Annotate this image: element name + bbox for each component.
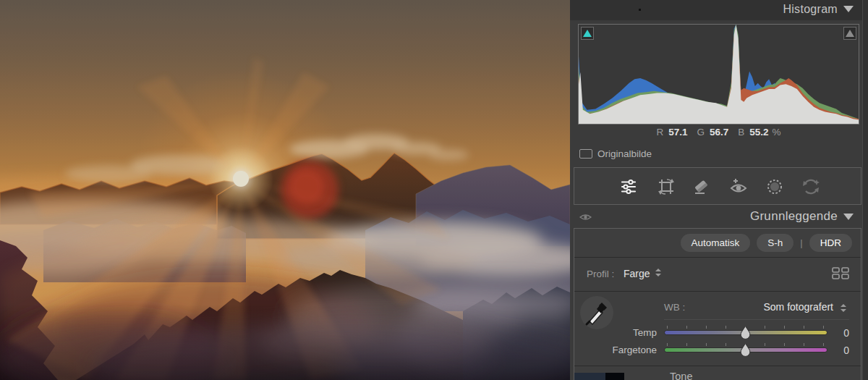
basic-panel-body: Automatisk S-h | HDR Profil : Farge xyxy=(574,228,861,380)
r-value: 57.1 xyxy=(668,127,687,138)
edit-sliders-icon[interactable] xyxy=(619,177,638,196)
b-label: B xyxy=(738,127,744,138)
profile-select[interactable]: Farge xyxy=(624,268,661,279)
bw-button[interactable]: S-h xyxy=(757,234,793,252)
sync-icon[interactable] xyxy=(801,177,820,196)
temp-label: Temp xyxy=(574,327,657,338)
auto-button[interactable]: Automatisk xyxy=(681,234,751,252)
original-label: Originalbilde xyxy=(597,148,652,159)
wb-select[interactable]: Som fotografert xyxy=(764,301,834,313)
highlight-clipping-icon xyxy=(846,30,854,37)
shadow-clipping-button[interactable] xyxy=(581,27,594,40)
temp-value[interactable]: 0 xyxy=(843,327,849,339)
basic-collapse-caret-icon[interactable] xyxy=(843,214,854,220)
basic-panel-header[interactable]: Grunnleggende xyxy=(570,207,862,227)
tone-section-header: Tone xyxy=(574,366,861,380)
tint-slider[interactable] xyxy=(664,342,827,359)
masking-icon[interactable] xyxy=(765,177,784,196)
profile-browser-grid-icon[interactable] xyxy=(832,267,849,279)
profile-value: Farge xyxy=(624,268,650,279)
temp-slider-row: Temp 0 xyxy=(574,324,861,342)
collapse-caret-icon[interactable] xyxy=(843,6,854,12)
healing-eraser-icon[interactable] xyxy=(692,177,710,196)
b-value: 55.2 xyxy=(749,127,768,138)
stepper-icon xyxy=(655,269,661,276)
sunset-mountains-photo xyxy=(0,0,570,380)
tone-title: Tone xyxy=(670,371,692,380)
g-value: 56.7 xyxy=(710,127,728,138)
tint-slider-row: Fargetone 0 xyxy=(574,342,861,359)
white-balance-section: WB : Som fotografert Temp 0 xyxy=(574,292,861,366)
develop-right-panel: Histogram R57.1G56.7B55.2% Originalbilde xyxy=(570,0,868,380)
histogram-chart xyxy=(579,25,859,124)
basic-panel-title: Grunnleggende xyxy=(750,209,838,224)
histogram-header[interactable]: Histogram xyxy=(570,0,862,20)
highlight-clipping-button[interactable] xyxy=(843,27,856,40)
histogram-title: Histogram xyxy=(783,3,838,16)
shadow-clipping-icon xyxy=(583,30,592,37)
tone-partial-element xyxy=(574,373,624,380)
original-checkbox[interactable] xyxy=(579,149,592,159)
tint-value[interactable]: 0 xyxy=(843,345,849,356)
tint-label: Fargetone xyxy=(574,345,657,355)
panel-toggle-eye-icon[interactable] xyxy=(579,213,592,221)
wb-stepper-icon[interactable] xyxy=(841,304,846,312)
crop-icon[interactable] xyxy=(657,177,676,196)
button-separator: | xyxy=(800,237,802,248)
red-eye-icon[interactable] xyxy=(729,177,748,196)
artifact-dot xyxy=(639,9,641,11)
percent-unit: % xyxy=(773,127,781,138)
panel-edge-strip[interactable] xyxy=(862,0,868,380)
wb-divider xyxy=(664,319,849,320)
g-label: G xyxy=(697,127,705,138)
tool-strip xyxy=(574,167,861,205)
r-label: R xyxy=(656,127,663,138)
wb-label: WB : xyxy=(664,302,685,313)
temp-thumb[interactable] xyxy=(740,326,751,339)
temp-slider[interactable] xyxy=(664,324,827,342)
hdr-button[interactable]: HDR xyxy=(809,234,852,252)
photo-canvas[interactable] xyxy=(0,0,570,380)
tint-thumb[interactable] xyxy=(740,343,751,356)
basic-buttons-row: Automatisk S-h | HDR xyxy=(574,229,861,258)
lightroom-develop-screen: Histogram R57.1G56.7B55.2% Originalbilde xyxy=(0,0,868,380)
histogram-box[interactable] xyxy=(578,24,859,124)
original-photo-row[interactable]: Originalbilde xyxy=(579,146,652,161)
profile-label: Profil : xyxy=(587,269,614,279)
profile-row: Profil : Farge xyxy=(574,258,861,292)
rgb-readout: R57.1G56.7B55.2% xyxy=(578,127,859,141)
